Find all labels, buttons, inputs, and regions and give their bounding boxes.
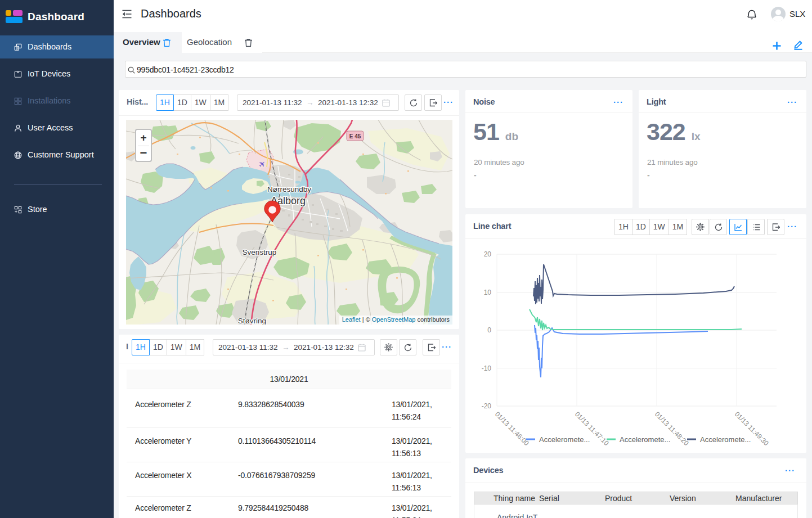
svg-text:Støvring: Støvring: [238, 317, 266, 325]
svg-text:-10: -10: [482, 364, 492, 372]
svg-text:E 45: E 45: [349, 133, 361, 139]
svg-text:10: 10: [484, 289, 492, 296]
svg-text:01/13 11:46:00: 01/13 11:46:00: [494, 410, 531, 447]
svg-text:Nørresundby: Nørresundby: [267, 185, 311, 193]
svg-text:Acceleromete...: Acceleromete...: [620, 435, 670, 444]
svg-text:Acceleromete...: Acceleromete...: [700, 435, 751, 444]
svg-text:0: 0: [487, 326, 491, 334]
svg-text:20: 20: [484, 250, 492, 258]
svg-text:Svenstrup: Svenstrup: [243, 248, 277, 256]
svg-text:Acceleromete...: Acceleromete...: [539, 435, 590, 444]
svg-text:-20: -20: [482, 402, 492, 410]
